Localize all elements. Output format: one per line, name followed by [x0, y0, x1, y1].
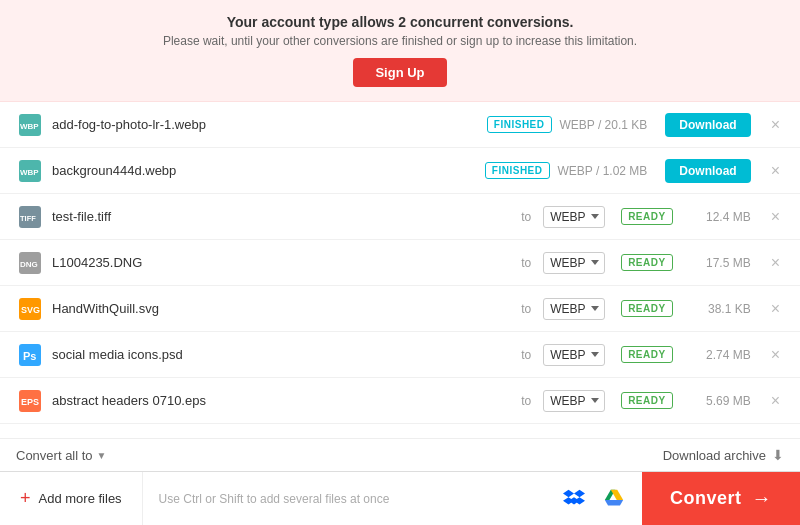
- table-row: EPS abstract headers 0710.epstoWEBPREADY…: [0, 378, 800, 424]
- status-badge: FINISHED: [487, 116, 552, 133]
- file-size: 5.69 MB: [681, 394, 751, 408]
- to-label: to: [521, 210, 531, 224]
- file-size: 12.4 MB: [681, 210, 751, 224]
- to-label: to: [521, 302, 531, 316]
- download-archive-label: Download archive: [663, 448, 766, 463]
- file-type-icon: DNG: [16, 249, 44, 277]
- file-type-icon: WBP: [16, 157, 44, 185]
- download-icon: ⬇: [772, 447, 784, 463]
- svg-text:EPS: EPS: [21, 397, 39, 407]
- footer-cloud-icons: [546, 472, 642, 525]
- add-files-label: Add more files: [39, 491, 122, 506]
- to-label: to: [521, 348, 531, 362]
- plus-icon: +: [20, 488, 31, 509]
- convert-button[interactable]: Convert →: [642, 472, 800, 525]
- status-badge: READY: [621, 208, 673, 225]
- close-button[interactable]: ×: [767, 163, 784, 179]
- download-archive-button[interactable]: Download archive ⬇: [663, 447, 784, 463]
- alert-title: Your account type allows 2 concurrent co…: [20, 14, 780, 30]
- table-row: TIFF test-file.tifftoWEBPREADY12.4 MB×: [0, 194, 800, 240]
- format-select[interactable]: WEBP: [543, 390, 605, 412]
- svg-text:SVG: SVG: [21, 305, 40, 315]
- close-button[interactable]: ×: [767, 393, 784, 409]
- table-row: DNG L1004235.DNGtoWEBPREADY17.5 MB×: [0, 240, 800, 286]
- format-select[interactable]: WEBP: [543, 252, 605, 274]
- convert-all-label: Convert all to: [16, 448, 93, 463]
- bottom-actions-bar: Convert all to ▼ Download archive ⬇: [0, 438, 800, 471]
- close-button[interactable]: ×: [767, 209, 784, 225]
- file-size: 2.74 MB: [681, 348, 751, 362]
- svg-text:Ps: Ps: [23, 350, 36, 362]
- file-name: test-file.tiff: [52, 209, 513, 224]
- footer-toolbar: + Add more files Use Ctrl or Shift to ad…: [0, 471, 800, 525]
- google-drive-icon[interactable]: [602, 487, 626, 511]
- signup-button[interactable]: Sign Up: [353, 58, 446, 87]
- file-list: WBP add-fog-to-photo-lr-1.webpFINISHEDWE…: [0, 102, 800, 438]
- file-size: 38.1 KB: [681, 302, 751, 316]
- alert-banner: Your account type allows 2 concurrent co…: [0, 0, 800, 102]
- table-row: WBP backgroun444d.webpFINISHEDWEBP / 1.0…: [0, 148, 800, 194]
- file-type-icon: EPS: [16, 387, 44, 415]
- svg-text:DNG: DNG: [20, 260, 38, 269]
- file-size: 17.5 MB: [681, 256, 751, 270]
- file-type-icon: Ps: [16, 341, 44, 369]
- hint-text: Use Ctrl or Shift to add several files a…: [143, 472, 546, 525]
- table-row: SVG HandWithQuill.svgtoWEBPREADY38.1 KB×: [0, 286, 800, 332]
- file-name: backgroun444d.webp: [52, 163, 469, 178]
- close-button[interactable]: ×: [767, 347, 784, 363]
- add-files-button[interactable]: + Add more files: [0, 472, 143, 525]
- file-type-icon: WBP: [16, 111, 44, 139]
- table-row: WBP add-fog-to-photo-lr-1.webpFINISHEDWE…: [0, 102, 800, 148]
- dropbox-icon[interactable]: [562, 487, 586, 511]
- convert-all-button[interactable]: Convert all to ▼: [16, 448, 107, 463]
- status-badge: READY: [621, 346, 673, 363]
- alert-subtitle: Please wait, until your other conversion…: [20, 34, 780, 48]
- file-type-icon: TIFF: [16, 203, 44, 231]
- download-button[interactable]: Download: [665, 159, 750, 183]
- status-badge: READY: [621, 392, 673, 409]
- arrow-right-icon: →: [752, 487, 773, 510]
- status-badge: FINISHED: [485, 162, 550, 179]
- format-select[interactable]: WEBP: [543, 206, 605, 228]
- close-button[interactable]: ×: [767, 117, 784, 133]
- status-badge: READY: [621, 300, 673, 317]
- file-name: abstract headers 0710.eps: [52, 393, 513, 408]
- svg-text:TIFF: TIFF: [20, 214, 36, 223]
- svg-text:WBP: WBP: [20, 122, 39, 131]
- file-name: social media icons.psd: [52, 347, 513, 362]
- file-type-icon: SVG: [16, 295, 44, 323]
- table-row: Ps social media icons.psdtoWEBPREADY2.74…: [0, 332, 800, 378]
- format-select[interactable]: WEBP: [543, 344, 605, 366]
- format-select[interactable]: WEBP: [543, 298, 605, 320]
- close-button[interactable]: ×: [767, 301, 784, 317]
- file-name: L1004235.DNG: [52, 255, 513, 270]
- file-name: HandWithQuill.svg: [52, 301, 513, 316]
- status-badge: READY: [621, 254, 673, 271]
- file-name: add-fog-to-photo-lr-1.webp: [52, 117, 471, 132]
- file-size: WEBP / 20.1 KB: [560, 118, 648, 132]
- to-label: to: [521, 394, 531, 408]
- svg-text:WBP: WBP: [20, 168, 39, 177]
- close-button[interactable]: ×: [767, 255, 784, 271]
- chevron-down-icon: ▼: [97, 450, 107, 461]
- file-size: WEBP / 1.02 MB: [558, 164, 648, 178]
- to-label: to: [521, 256, 531, 270]
- download-button[interactable]: Download: [665, 113, 750, 137]
- convert-label: Convert: [670, 488, 742, 509]
